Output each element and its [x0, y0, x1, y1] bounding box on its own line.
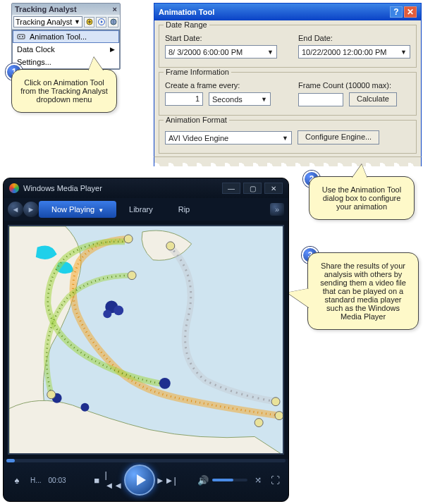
frame-count-input[interactable] [298, 93, 343, 106]
tracking-dropdown-label: Tracking Analyst [16, 18, 72, 26]
frame-info-title: Frame Information [164, 68, 231, 76]
tab-now-playing[interactable]: Now Playing▼ [39, 201, 116, 218]
start-date-label: Start Date: [165, 34, 277, 42]
svg-point-7 [19, 36, 20, 37]
wmp-controls: ♠ H... 00:03 ■ |◄◄ ►►| 🔊 ⤨ ⛶ [4, 459, 288, 501]
time-text: 00:03 [49, 477, 66, 484]
volume-slider[interactable] [212, 479, 247, 481]
svg-point-15 [80, 403, 89, 412]
callout-step-2: Use the Animation Tool dialog box to con… [309, 176, 415, 220]
configure-engine-button[interactable]: Configure Engine... [298, 130, 379, 145]
wmp-tabs: ◄ ► Now Playing▼ Library Rip » [4, 198, 288, 221]
animation-title: Animation Tool [159, 8, 214, 16]
submenu-arrow-icon: ▶ [110, 46, 115, 53]
close-icon[interactable]: × [113, 5, 117, 13]
date-range-title: Date Range [164, 20, 209, 29]
animation-title-bar: Animation Tool ? ✕ [154, 4, 421, 20]
anim-format-title: Animation Format [164, 116, 229, 124]
frame-unit-select[interactable]: Seconds ▼ [209, 92, 271, 106]
callout-step-1: Click on Animation Tool from the Trackin… [11, 69, 117, 113]
shuffle-button[interactable]: ⤨ [255, 475, 262, 485]
svg-point-17 [166, 242, 175, 250]
chevron-down-icon: ▼ [282, 135, 288, 142]
play-button[interactable] [96, 17, 106, 27]
svg-point-8 [22, 36, 23, 37]
chevron-down-icon: ▼ [98, 207, 104, 214]
end-date-label: End Date: [298, 34, 410, 42]
engine-select[interactable]: AVI Video Engine ▼ [165, 131, 292, 145]
svg-point-12 [103, 309, 111, 318]
svg-point-21 [255, 419, 263, 427]
date-range-group: Date Range Start Date: 8/ 3/2000 6:00:00… [159, 25, 417, 68]
next-button[interactable]: ►►| [159, 474, 172, 486]
nav-fwd-button[interactable]: ► [23, 202, 39, 217]
help-button[interactable]: ? [390, 6, 403, 18]
chevron-down-icon: ▼ [74, 18, 80, 25]
menu-animation-tool[interactable]: Animation Tool... [13, 30, 119, 43]
media-player-window: Windows Media Player — ▢ ✕ ◄ ► Now Playi… [3, 178, 289, 502]
close-button[interactable]: ✕ [264, 183, 283, 194]
frame-unit-value: Seconds [212, 95, 243, 104]
volume-control[interactable]: 🔊 [197, 474, 247, 486]
play-button[interactable] [124, 465, 155, 496]
svg-marker-4 [101, 20, 103, 23]
menu-animation-label: Animation Tool... [30, 32, 87, 41]
callout-step-3: Share the results of your analysis with … [307, 252, 419, 330]
callout-2-text: Use the Animation Tool dialog box to con… [322, 185, 401, 211]
frame-info-group: Frame Information Create a frame every: … [159, 72, 417, 116]
anim-format-group: Animation Format AVI Video Engine ▼ Conf… [159, 120, 417, 154]
start-date-field[interactable]: 8/ 3/2000 6:00:00 PM ▼ [165, 45, 277, 59]
menu-data-clock[interactable]: Data Clock ▶ [13, 43, 119, 56]
wmp-logo-icon [9, 183, 19, 193]
tab-rip[interactable]: Rip [166, 201, 203, 218]
chevron-down-icon: ▼ [400, 49, 407, 56]
tracking-toolbar: Tracking Analyst ▼ [12, 15, 120, 30]
torn-edge [154, 156, 422, 166]
tab-library[interactable]: Library [116, 201, 166, 218]
end-date-field[interactable]: 10/22/2000 12:00:00 PM ▼ [298, 45, 410, 59]
animation-body: Date Range Start Date: 8/ 3/2000 6:00:00… [154, 20, 421, 162]
chevron-down-icon: ▼ [261, 96, 267, 103]
now-playing-list-icon[interactable]: ♠ [11, 474, 23, 486]
create-frame-label: Create a frame every: [165, 81, 277, 90]
close-button[interactable]: ✕ [404, 6, 417, 18]
svg-marker-23 [137, 474, 146, 486]
engine-value: AVI Video Engine [168, 134, 228, 142]
minimize-button[interactable]: — [222, 183, 240, 194]
add-button[interactable] [84, 17, 94, 27]
svg-point-19 [271, 398, 280, 406]
wmp-title-bar: Windows Media Player — ▢ ✕ [4, 178, 288, 198]
end-date-value: 10/22/2000 12:00:00 PM [302, 48, 386, 56]
svg-point-20 [275, 412, 283, 420]
svg-point-11 [114, 305, 123, 315]
tab-overflow-button[interactable]: » [270, 203, 284, 216]
tracking-menu: Animation Tool... Data Clock ▶ Settings.… [12, 30, 120, 69]
animation-icon [17, 32, 25, 41]
status-text: H... [30, 477, 42, 484]
video-area [8, 225, 284, 455]
stop-button[interactable]: ■ [90, 474, 103, 486]
calculate-button[interactable]: Calculate [349, 92, 397, 106]
tracking-title: Tracking Analyst [15, 5, 77, 13]
menu-settings-label: Settings... [17, 58, 51, 66]
chevron-down-icon: ▼ [267, 49, 274, 56]
tracking-dropdown[interactable]: Tracking Analyst ▼ [13, 16, 82, 27]
frame-count-label: Frame Count (10000 max): [298, 81, 410, 90]
progress-bar[interactable] [6, 459, 286, 462]
svg-point-13 [159, 378, 171, 389]
maximize-button[interactable]: ▢ [243, 183, 262, 194]
frame-value-input[interactable]: 1 [165, 92, 203, 106]
nav-back-button[interactable]: ◄ [8, 202, 23, 217]
mute-icon[interactable]: 🔊 [197, 474, 209, 486]
globe-button[interactable] [108, 17, 118, 27]
fullscreen-button[interactable]: ⛶ [269, 474, 281, 486]
prev-button[interactable]: |◄◄ [107, 474, 120, 486]
svg-rect-6 [18, 35, 25, 39]
menu-dataclock-label: Data Clock [17, 45, 55, 54]
callout-1-text: Click on Animation Tool from the Trackin… [20, 78, 108, 104]
svg-point-22 [47, 391, 56, 399]
tracking-analyst-panel: Tracking Analyst × Tracking Analyst ▼ An… [11, 3, 121, 70]
hurricane-tracks-map [9, 226, 283, 455]
start-date-value: 8/ 3/2000 6:00:00 PM [168, 48, 243, 56]
callout-3-text: Share the results of your analysis with … [320, 262, 406, 321]
